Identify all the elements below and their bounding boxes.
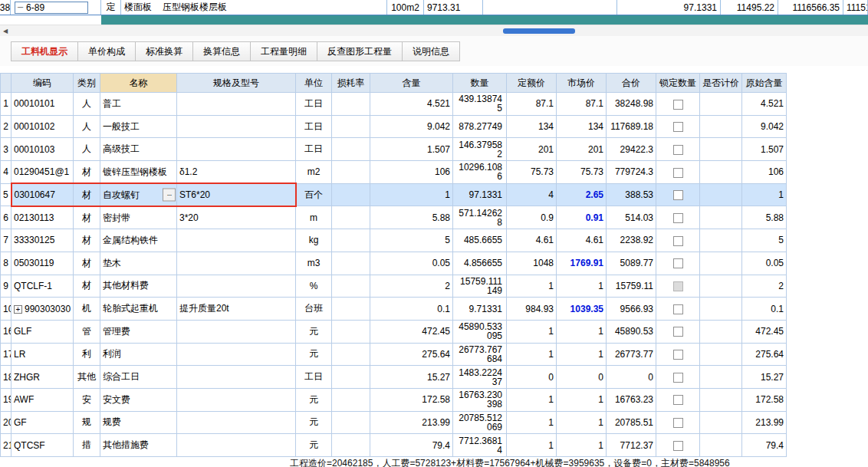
cell-original[interactable]: 2 (742, 275, 787, 298)
cell-name[interactable]: 自攻螺钉··· (100, 183, 177, 206)
cell-original[interactable]: 275.64 (742, 343, 787, 366)
row-number[interactable]: 18 (1, 366, 12, 389)
row-number[interactable]: 4 (1, 161, 12, 184)
cell-fixed-price[interactable]: 4.61 (507, 229, 557, 252)
cell-unit[interactable]: 元 (296, 320, 332, 343)
cell-name[interactable]: 普工 (100, 93, 177, 116)
cell-loss-rate[interactable] (332, 206, 370, 229)
cell-spec[interactable] (177, 343, 296, 366)
lock-checkbox[interactable] (673, 281, 683, 291)
cell-content[interactable]: 213.99 (370, 411, 453, 434)
upper-blank-cell[interactable] (483, 0, 617, 15)
cell-original[interactable]: 9.042 (742, 115, 787, 138)
cell-quantity[interactable]: 16763.230398 (453, 388, 507, 411)
col-header-code[interactable]: 编码 (12, 74, 74, 93)
lock-checkbox[interactable] (673, 100, 683, 110)
cell-market-price[interactable]: 87.1 (557, 93, 607, 116)
cell-market-price[interactable]: 1 (557, 343, 607, 366)
cell-loss-rate[interactable] (332, 138, 370, 161)
cell-unit[interactable]: 工日 (296, 115, 332, 138)
row-number[interactable]: 8 (1, 252, 12, 275)
cell-category[interactable]: 其他 (74, 366, 100, 389)
upper-row-number[interactable]: 38 (0, 0, 11, 15)
cell-category[interactable]: 管 (74, 320, 100, 343)
cell-is-priced[interactable] (700, 320, 742, 343)
lock-checkbox[interactable] (673, 213, 683, 223)
cell-category[interactable]: 材 (74, 229, 100, 252)
col-header-is-priced[interactable]: 是否计价 (700, 74, 742, 93)
cell-total[interactable]: 20785.51 (607, 411, 656, 434)
cell-spec[interactable] (177, 229, 296, 252)
cell-content[interactable]: 79.4 (370, 434, 453, 457)
cell-fixed-price[interactable]: 1 (507, 275, 557, 298)
cell-fixed-price[interactable]: 1048 (507, 252, 557, 275)
cell-name[interactable]: 垫木 (100, 252, 177, 275)
lock-checkbox[interactable] (673, 327, 683, 337)
cell-content[interactable]: 472.45 (370, 320, 453, 343)
cell-spec[interactable]: ST6*20 (177, 183, 296, 206)
cell-name[interactable]: 密封带 (100, 206, 177, 229)
row-number[interactable]: 9 (1, 275, 12, 298)
cell-market-price[interactable]: 1 (557, 434, 607, 457)
cell-name[interactable]: 一般技工 (100, 115, 177, 138)
cell-is-priced[interactable] (700, 434, 742, 457)
cell-original[interactable]: 472.45 (742, 320, 787, 343)
cell-original[interactable]: 0.1 (742, 298, 787, 321)
cell-category[interactable]: 措 (74, 434, 100, 457)
cell-unit[interactable]: kg (296, 229, 332, 252)
cell-total[interactable]: 15759.11 (607, 275, 656, 298)
row-number[interactable]: 6 (1, 206, 12, 229)
cell-category[interactable]: 人 (74, 138, 100, 161)
tab-standard-conversion[interactable]: 标准换算 (135, 41, 193, 61)
cell-spec[interactable] (177, 115, 296, 138)
cell-spec[interactable] (177, 275, 296, 298)
cell-loss-rate[interactable] (332, 229, 370, 252)
lock-checkbox[interactable] (673, 258, 683, 268)
cell-original[interactable]: 106 (742, 161, 787, 184)
cell-fixed-price[interactable]: 201 (507, 138, 557, 161)
cell-content[interactable]: 275.64 (370, 343, 453, 366)
cell-unit[interactable]: m (296, 206, 332, 229)
cell-content[interactable]: 15.27 (370, 366, 453, 389)
cell-content[interactable]: 5 (370, 229, 453, 252)
cell-spec[interactable]: δ1.2 (177, 161, 296, 184)
cell-total[interactable]: 29422.3 (607, 138, 656, 161)
cell-fixed-price[interactable]: 1 (507, 320, 557, 343)
cell-category[interactable]: 材 (74, 183, 100, 206)
cell-code[interactable]: LR (12, 343, 74, 366)
cell-is-priced[interactable] (700, 366, 742, 389)
row-number[interactable]: 2 (1, 115, 12, 138)
row-number[interactable]: 1 (1, 93, 12, 116)
cell-original[interactable]: 79.4 (742, 434, 787, 457)
cell-category[interactable]: 材 (74, 252, 100, 275)
row-number[interactable]: 16 (1, 320, 12, 343)
more-button[interactable]: ··· (163, 189, 176, 202)
row-number[interactable]: 17 (1, 343, 12, 366)
cell-total[interactable]: 0 (607, 366, 656, 389)
cell-spec[interactable] (177, 138, 296, 161)
cell-fixed-price[interactable]: 1 (507, 434, 557, 457)
cell-code[interactable]: AWF (12, 388, 74, 411)
cell-fixed-price[interactable]: 4 (507, 183, 557, 206)
cell-category[interactable]: 材 (74, 275, 100, 298)
cell-loss-rate[interactable] (332, 434, 370, 457)
col-header-fixed-price[interactable]: 定额价 (507, 74, 557, 93)
cell-unit[interactable]: 工日 (296, 366, 332, 389)
cell-is-priced[interactable] (700, 411, 742, 434)
cell-code[interactable]: ZHGR (12, 366, 74, 389)
cell-quantity[interactable]: 20785.512069 (453, 411, 507, 434)
col-header-total[interactable]: 合价 (607, 74, 656, 93)
expand-icon[interactable]: + (14, 305, 22, 314)
horizontal-scrollbar[interactable]: ◀ (0, 25, 868, 36)
cell-unit[interactable]: 工日 (296, 138, 332, 161)
cell-quantity[interactable]: 97.1331 (453, 183, 507, 206)
cell-is-priced[interactable] (700, 206, 742, 229)
cell-spec[interactable] (177, 320, 296, 343)
upper-value-cell-1[interactable]: 11495.22 (721, 0, 778, 15)
cell-market-price[interactable]: 1 (557, 275, 607, 298)
cell-spec[interactable] (177, 388, 296, 411)
cell-is-priced[interactable] (700, 252, 742, 275)
col-header-original-content[interactable]: 原始含量 (742, 74, 787, 93)
cell-market-price[interactable]: 4.61 (557, 229, 607, 252)
cell-code[interactable]: GF (12, 411, 74, 434)
